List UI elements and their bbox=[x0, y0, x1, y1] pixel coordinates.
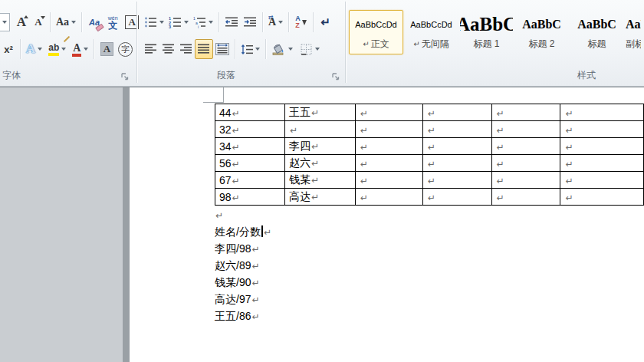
sort-button[interactable]: A Z bbox=[292, 12, 310, 32]
style-title[interactable]: AaBbC 标题 bbox=[570, 10, 624, 54]
justify-button[interactable] bbox=[195, 39, 213, 59]
multilevel-list-button[interactable]: 1ai bbox=[191, 12, 215, 32]
shrink-font-button[interactable]: A bbox=[30, 12, 47, 32]
table-cell[interactable]: ↵ bbox=[422, 121, 491, 138]
character-shading-button[interactable]: A bbox=[97, 39, 116, 59]
empty-paragraph[interactable]: ↵ bbox=[215, 207, 271, 224]
table-cell[interactable]: ↵ bbox=[560, 121, 644, 138]
style-heading1[interactable]: AaBbC 标题 1 bbox=[459, 10, 514, 54]
font-color-button[interactable]: A bbox=[70, 39, 90, 59]
table-cell[interactable]: ↵ bbox=[491, 189, 560, 206]
shading-button[interactable] bbox=[269, 39, 295, 59]
text-line[interactable]: 姓名/分数↵ bbox=[215, 224, 271, 241]
borders-button[interactable] bbox=[298, 39, 322, 59]
align-right-button[interactable] bbox=[177, 39, 195, 59]
table-cell[interactable]: ↵ bbox=[284, 121, 355, 138]
numbering-button[interactable]: 123 bbox=[166, 12, 191, 32]
table-cell[interactable]: ↵ bbox=[491, 104, 560, 121]
text-block: ↵ 姓名/分数↵ 李四/98↵ 赵六/89↵ 钱某/90↵ 高达/97↵ 王五/… bbox=[215, 207, 271, 325]
table-cell[interactable]: ↵ bbox=[422, 104, 491, 121]
table-cell[interactable]: 李四↵ bbox=[284, 138, 355, 155]
text-line[interactable]: 王五/86↵ bbox=[215, 308, 271, 325]
table-cell[interactable]: ↵ bbox=[560, 172, 644, 189]
table-cell[interactable]: ↵ bbox=[560, 189, 644, 206]
enclose-characters-button[interactable]: 字 bbox=[116, 39, 134, 59]
cell-mark-icon: ↵ bbox=[497, 159, 504, 169]
table-cell[interactable]: 34↵ bbox=[215, 138, 285, 155]
table-cell[interactable]: 32↵ bbox=[215, 121, 285, 138]
change-case-button[interactable]: Aa bbox=[54, 12, 78, 32]
table-row: 34↵ 李四↵ ↵ ↵ ↵ ↵ bbox=[215, 138, 644, 155]
multilevel-list-icon: 1ai bbox=[193, 16, 206, 28]
align-left-button[interactable] bbox=[142, 39, 159, 59]
style-no-spacing[interactable]: AaBbCcDd ↵ 无间隔 bbox=[404, 10, 458, 54]
paint-bucket-icon bbox=[271, 43, 286, 56]
table-cell[interactable]: ↵ bbox=[355, 104, 422, 121]
distributed-justify-button[interactable] bbox=[213, 39, 232, 59]
highlight-icon: ab bbox=[48, 43, 59, 56]
table-cell[interactable]: ↵ bbox=[560, 155, 644, 172]
decrease-indent-button[interactable] bbox=[222, 12, 241, 32]
table-cell[interactable]: ↵ bbox=[422, 138, 491, 155]
table-cell[interactable]: ↵ bbox=[355, 189, 422, 206]
align-center-button[interactable] bbox=[159, 39, 177, 59]
table-cell[interactable]: ↵ bbox=[355, 121, 422, 138]
paragraph-dialog-launcher[interactable] bbox=[331, 72, 341, 82]
align-right-icon bbox=[180, 44, 192, 54]
cell-mark-icon: ↵ bbox=[360, 142, 368, 153]
font-size-dropdown[interactable] bbox=[0, 13, 10, 31]
table-cell[interactable]: ↵ bbox=[491, 155, 560, 172]
cell-mark-icon: ↵ bbox=[428, 193, 435, 203]
table-cell[interactable]: ↵ bbox=[560, 138, 644, 155]
table-cell[interactable]: 98↵ bbox=[215, 189, 285, 206]
document-page[interactable]: 44↵ 王五↵ ↵ ↵ ↵ ↵ 32↵ ↵ ↵ ↵ ↵ ↵ bbox=[130, 87, 644, 362]
cell-mark-icon: ↵ bbox=[497, 176, 504, 186]
line-spacing-button[interactable] bbox=[238, 39, 262, 59]
paragraph-mark-icon: ↵ bbox=[320, 15, 330, 29]
show-hide-marks-button[interactable]: ↵ bbox=[317, 12, 335, 32]
table-cell[interactable]: ↵ bbox=[491, 172, 560, 189]
table-cell[interactable]: ↵ bbox=[355, 138, 422, 155]
text-effects-button[interactable]: A bbox=[24, 39, 44, 59]
cell-mark-icon: ↵ bbox=[428, 176, 435, 186]
grow-font-button[interactable]: A bbox=[13, 12, 30, 32]
align-center-icon bbox=[163, 44, 175, 54]
table-cell[interactable]: 王五↵ bbox=[284, 104, 355, 121]
font-dialog-launcher[interactable] bbox=[120, 72, 130, 82]
text-line[interactable]: 高达/97↵ bbox=[215, 291, 271, 308]
cell-mark-icon: ↵ bbox=[311, 141, 319, 152]
score-table[interactable]: 44↵ 王五↵ ↵ ↵ ↵ ↵ 32↵ ↵ ↵ ↵ ↵ ↵ bbox=[215, 104, 644, 206]
bullets-button[interactable] bbox=[142, 12, 166, 32]
table-cell[interactable]: 钱某↵ bbox=[284, 172, 355, 189]
style-heading2[interactable]: AaBbC 标题 2 bbox=[514, 10, 569, 54]
table-cell[interactable]: ↵ bbox=[355, 155, 422, 172]
table-cell[interactable]: ↵ bbox=[422, 155, 491, 172]
table-row: 56↵ 赵六↵ ↵ ↵ ↵ ↵ bbox=[215, 155, 644, 172]
text-highlight-button[interactable]: ab bbox=[46, 39, 68, 59]
table-cell[interactable]: 56↵ bbox=[215, 155, 285, 172]
style-subtitle[interactable]: AaBb 副标题 bbox=[625, 10, 642, 54]
divider bbox=[50, 12, 51, 32]
text-line[interactable]: 赵六/89↵ bbox=[215, 258, 271, 275]
table-cell[interactable]: 67↵ bbox=[215, 172, 285, 189]
phonetic-guide-button[interactable]: wén 文 bbox=[104, 12, 122, 32]
table-cell[interactable]: ↵ bbox=[560, 104, 644, 121]
increase-indent-button[interactable] bbox=[241, 12, 259, 32]
table-cell[interactable]: ↵ bbox=[422, 189, 491, 206]
style-sample: AaBbCcDd bbox=[355, 11, 396, 38]
table-cell[interactable]: ↵ bbox=[491, 121, 560, 138]
clear-formatting-button[interactable]: Aa bbox=[85, 12, 104, 32]
asian-layout-button[interactable]: ⇄ A bbox=[266, 12, 285, 32]
table-cell[interactable]: 高达↵ bbox=[284, 189, 355, 206]
grow-arrow-icon bbox=[24, 15, 28, 18]
table-cell[interactable]: ↵ bbox=[355, 172, 422, 189]
style-normal[interactable]: AaBbCcDd ↵ 正文 bbox=[349, 10, 403, 54]
text-line[interactable]: 李四/98↵ bbox=[215, 241, 271, 258]
table-cell[interactable]: 赵六↵ bbox=[284, 155, 355, 172]
font-group: A A Aa Aa wén 文 bbox=[0, 0, 136, 86]
table-cell[interactable]: ↵ bbox=[491, 138, 560, 155]
table-cell[interactable]: 44↵ bbox=[215, 104, 285, 121]
text-line[interactable]: 钱某/90↵ bbox=[215, 275, 271, 291]
table-cell[interactable]: ↵ bbox=[422, 172, 491, 189]
superscript-button[interactable]: x² bbox=[0, 39, 17, 59]
